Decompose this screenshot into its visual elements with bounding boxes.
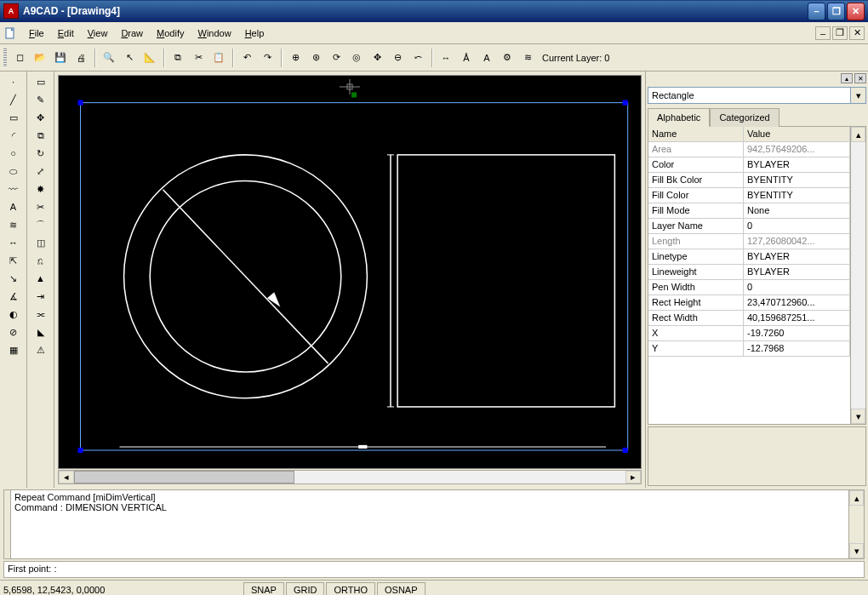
font-icon[interactable]: A [477,49,496,67]
arc-icon[interactable]: ◜ [4,127,23,144]
zoom-extents-icon[interactable]: ⊛ [306,49,325,67]
property-row[interactable]: ColorBYLAYER [648,157,850,173]
undo-icon[interactable]: ↶ [237,49,256,67]
zoom-all-icon[interactable]: ◎ [347,49,366,67]
rect-icon[interactable]: ▭ [4,109,23,126]
zoom-prev-icon[interactable]: ⤺ [408,49,427,67]
scroll-up-button[interactable]: ▴ [851,127,865,142]
status-snap-toggle[interactable]: SNAP [243,582,284,596]
copy-icon[interactable]: ⧉ [168,49,187,67]
object-type-select[interactable] [648,87,851,104]
point-icon[interactable]: · [4,73,23,90]
menu-edit[interactable]: Edit [51,25,81,42]
property-value[interactable]: BYENTITY [744,188,850,203]
extend-icon[interactable]: ⇥ [31,288,50,305]
property-row[interactable]: Rect Height23,470712960... [648,295,850,311]
property-row[interactable]: LinetypeBYLAYER [648,249,850,265]
panel-close-icon[interactable]: ✕ [854,73,866,83]
mirror-icon[interactable]: ▲ [31,270,50,287]
menu-draw[interactable]: Draw [114,25,150,42]
save-icon[interactable]: 💾 [51,49,70,67]
menu-window[interactable]: Window [191,25,237,42]
property-value[interactable]: BYENTITY [744,173,850,187]
property-value[interactable]: 23,470712960... [744,295,850,310]
tab-alphabetic[interactable]: Alphabetic [648,108,710,127]
measure-icon[interactable]: 📐 [140,49,159,67]
menu-modify[interactable]: Modify [150,25,191,42]
join-icon[interactable]: ⫘ [31,306,50,323]
leader-icon[interactable]: ↘ [4,270,23,287]
layers-icon[interactable]: ≋ [518,49,537,67]
dim-radius-icon[interactable]: ◐ [4,306,23,323]
chamfer-icon[interactable]: ◣ [31,323,50,340]
property-row[interactable]: X-19.7260 [648,326,850,341]
property-value[interactable]: 0 [744,219,850,233]
canvas-h-scrollbar[interactable]: ◂ ▸ [58,470,642,484]
property-row[interactable]: Fill ModeNone [648,203,850,219]
property-value[interactable]: 40,159687251... [744,311,850,325]
cmd-scroll-down[interactable]: ▾ [849,543,864,558]
grid-v-scrollbar[interactable]: ▴ ▾ [850,127,865,424]
dim-linear-icon[interactable]: ↔ [4,234,23,251]
minimize-button[interactable]: – [808,3,825,20]
open-icon[interactable]: 📂 [31,49,49,67]
property-value[interactable]: BYLAYER [744,249,850,264]
property-row[interactable]: Length127,26080042... [648,234,850,249]
dist-icon[interactable]: ↔ [437,49,455,67]
mdi-restore-button[interactable]: ❐ [832,26,848,40]
zoom-realtime-icon[interactable]: ⟳ [327,49,345,67]
status-ortho-toggle[interactable]: ORTHO [326,582,375,596]
menu-view[interactable]: View [81,25,115,42]
property-row[interactable]: Area942,57649206... [648,142,850,157]
property-row[interactable]: Fill Bk ColorBYENTITY [648,173,850,188]
property-row[interactable]: Rect Width40,159687251... [648,311,850,326]
fillet-icon[interactable]: ⌒ [31,216,50,233]
scroll-right-button[interactable]: ▸ [625,471,641,483]
command-input[interactable]: First point: : [3,561,865,578]
zoom-out-icon[interactable]: ⊖ [388,49,407,67]
dim-dia-icon[interactable]: ⊘ [4,323,23,340]
zoom-window-icon[interactable]: 🔍 [100,49,118,67]
pan-icon[interactable]: ✥ [368,49,386,67]
property-value[interactable]: 0 [744,280,850,295]
erase-icon[interactable]: ✎ [31,91,50,108]
grid-header-value[interactable]: Value [744,127,850,141]
property-row[interactable]: Fill ColorBYENTITY [648,188,850,203]
command-grip[interactable] [4,490,11,558]
property-value[interactable]: BYLAYER [744,265,850,279]
properties-grid[interactable]: Name Value Area942,57649206...ColorBYLAY… [648,127,850,424]
status-osnap-toggle[interactable]: OSNAP [377,582,425,596]
property-row[interactable]: Pen Width0 [648,280,850,295]
menu-file[interactable]: File [22,25,51,42]
polyline-icon[interactable]: 〰 [4,180,23,197]
property-value[interactable]: 942,57649206... [744,142,850,157]
offset-icon[interactable]: ◫ [31,234,50,251]
select-icon[interactable]: ▭ [31,73,50,90]
property-value[interactable]: None [744,203,850,218]
break-icon[interactable]: ⎌ [31,252,50,269]
circle-icon[interactable]: ○ [4,145,23,162]
dim-align-icon[interactable]: ⇱ [4,252,23,269]
property-value[interactable]: 127,26080042... [744,234,850,249]
cmd-scroll-up[interactable]: ▴ [849,490,864,506]
dropdown-icon[interactable]: ▾ [851,87,866,104]
maximize-button[interactable]: ❐ [827,3,845,20]
redo-icon[interactable]: ↷ [258,49,277,67]
mdi-minimize-button[interactable]: – [815,26,831,40]
zoom-in-icon[interactable]: ⊕ [286,49,305,67]
pick-icon[interactable]: ↖ [120,49,139,67]
ellipse-icon[interactable]: ⬭ [4,163,23,180]
close-button[interactable]: ✕ [847,3,865,20]
scroll-left-button[interactable]: ◂ [59,471,74,483]
status-grid-toggle[interactable]: GRID [286,582,325,596]
array-icon[interactable]: ⚠ [31,341,50,358]
property-row[interactable]: Layer Name0 [648,219,850,234]
property-value[interactable]: -19.7260 [744,326,850,340]
area-icon[interactable]: Å [457,49,476,67]
property-row[interactable]: Y-12.7968 [648,341,850,357]
drawing-canvas[interactable] [58,75,642,469]
panel-pin-icon[interactable]: ▴ [841,73,853,83]
copy2-icon[interactable]: ⧉ [31,127,50,144]
menu-help[interactable]: Help [238,25,271,42]
dim-angle-icon[interactable]: ∡ [4,288,23,305]
